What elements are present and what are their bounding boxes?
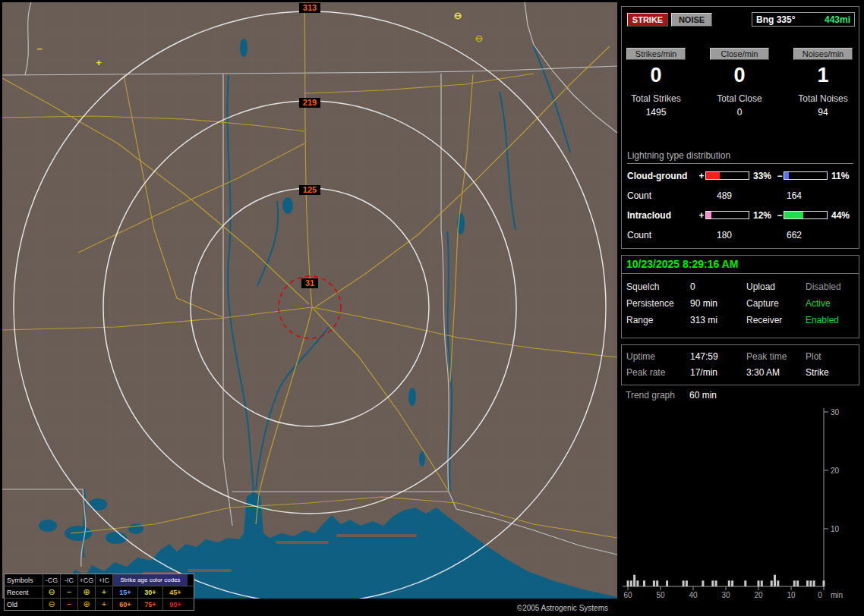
x-tick-60: 60 xyxy=(623,591,632,599)
age-90: 90+ xyxy=(162,599,188,610)
capture-value: Active xyxy=(806,298,854,309)
minus-sign: − xyxy=(776,171,784,181)
distribution-title: Lightning type distribution xyxy=(627,150,730,161)
status-row-squelch: Squelch 0 Upload Disabled xyxy=(626,281,856,292)
plot-value: Strike xyxy=(806,367,854,378)
old-pos-cg-icon: ⊕ xyxy=(77,599,95,610)
cg-plus-bar xyxy=(705,171,749,180)
strike-symbol: ⊖ xyxy=(454,10,462,21)
total-noises-label: Total Noises xyxy=(793,93,853,104)
distribution-divider xyxy=(627,163,853,164)
peak-time-label: Peak time xyxy=(746,351,806,362)
intracloud-label: Intracloud xyxy=(627,210,698,221)
legend-col-neg-cg: -CG xyxy=(43,574,60,586)
capture-label: Capture xyxy=(746,298,806,309)
peak-time-value: 3:30 AM xyxy=(746,367,806,378)
minus-sign: − xyxy=(776,210,784,221)
ic-plus-pct: 12% xyxy=(752,210,776,221)
legend-col-neg-ic: -IC xyxy=(60,574,77,586)
map-canvas[interactable]: 313 219 125 31 ⊖+−⊖ Symbols -CG -IC +CG … xyxy=(2,2,617,614)
y-tick-10: 10 xyxy=(831,525,840,533)
cg-minus-count: 164 xyxy=(770,190,818,201)
cg-minus-bar xyxy=(784,171,828,180)
plot-label: Plot xyxy=(806,351,854,362)
noise-button[interactable]: NOISE xyxy=(671,13,712,27)
close-per-min-button[interactable]: Close/min xyxy=(710,48,769,60)
cg-minus-pct: 11% xyxy=(830,171,854,181)
strike-button[interactable]: STRIKE xyxy=(627,13,668,27)
x-tick-30: 30 xyxy=(721,591,730,599)
cloud-ground-row: Cloud-ground + 33% − 11% xyxy=(627,171,856,181)
close-counter: Close/min 0 Total Close 0 xyxy=(710,48,769,118)
peak-rate-value: 17/min xyxy=(690,367,746,378)
persistence-value: 90 min xyxy=(690,298,746,309)
status-box: 10/23/2025 8:29:16 AM Squelch 0 Upload D… xyxy=(621,255,859,338)
intracloud-row: Intracloud + 12% − 44% xyxy=(627,210,856,220)
age-75: 75+ xyxy=(137,599,162,610)
bearing-value: 443mi xyxy=(825,14,850,25)
status-row-range: Range 313 mi Receiver Enabled xyxy=(626,315,856,325)
cg-count-label: Count xyxy=(627,190,700,201)
ic-plus-count: 180 xyxy=(700,230,749,240)
ring-label-313: 313 xyxy=(303,3,317,12)
peak-rate-label: Peak rate xyxy=(626,367,690,378)
noises-per-min-button[interactable]: Noises/min xyxy=(793,48,853,60)
cg-plus-pct: 33% xyxy=(752,171,776,181)
total-close-label: Total Close xyxy=(710,93,769,104)
x-tick-50: 50 xyxy=(656,591,665,599)
total-noises-value: 94 xyxy=(793,107,853,118)
receiver-value: Enabled xyxy=(806,315,854,325)
map-legend: Symbols -CG -IC +CG +IC Strike age color… xyxy=(4,574,194,611)
trend-window-value: 60 min xyxy=(689,390,717,401)
stats-box: STRIKE NOISE Bng 335° 443mi Strikes/min … xyxy=(621,6,859,249)
copyright-text: ©2005 Astrogenic Systems xyxy=(517,604,608,612)
plus-sign: + xyxy=(698,171,705,181)
trend-graph-label: Trend graph xyxy=(626,390,689,401)
squelch-label: Squelch xyxy=(626,281,690,292)
cg-plus-count: 489 xyxy=(700,190,749,201)
x-tick-20: 20 xyxy=(754,591,763,599)
strikes-per-min-button[interactable]: Strikes/min xyxy=(626,48,686,60)
strike-symbol: − xyxy=(36,43,43,55)
age-45: 45+ xyxy=(162,586,188,598)
ic-minus-count: 662 xyxy=(770,230,818,240)
trend-bars xyxy=(627,575,825,586)
map-image: 313 219 125 31 ⊖+−⊖ xyxy=(2,2,617,599)
ic-minus-bar xyxy=(784,211,828,219)
age-30: 30+ xyxy=(137,586,162,598)
plus-sign: + xyxy=(698,210,705,221)
uptime-label: Uptime xyxy=(626,351,690,362)
uptime-value: 147:59 xyxy=(690,351,746,362)
range-value: 313 mi xyxy=(690,315,746,325)
receiver-label: Receiver xyxy=(746,315,806,325)
y-tick-30: 30 xyxy=(831,408,840,416)
strike-symbol: + xyxy=(96,57,102,68)
total-strikes-value: 1495 xyxy=(626,107,686,118)
legend-col-pos-cg: +CG xyxy=(77,574,95,586)
age-60: 60+ xyxy=(112,599,137,610)
right-panel: STRIKE NOISE Bng 335° 443mi Strikes/min … xyxy=(621,0,861,616)
recent-neg-cg-icon: ⊖ xyxy=(43,586,60,598)
noises-per-min-value: 1 xyxy=(793,63,853,87)
old-neg-ic-icon: − xyxy=(60,599,77,610)
close-per-min-value: 0 xyxy=(710,63,769,87)
peak-rate-row: Peak rate 17/min 3:30 AM Strike xyxy=(626,367,856,378)
x-tick-40: 40 xyxy=(689,591,698,599)
legend-old-label: Old xyxy=(5,599,43,610)
old-neg-cg-icon: ⊖ xyxy=(43,599,60,610)
cloud-ground-count-row: Count 489 164 xyxy=(627,190,856,201)
ic-count-label: Count xyxy=(627,230,700,240)
intracloud-count-row: Count 180 662 xyxy=(627,230,856,240)
bearing-display[interactable]: Bng 335° 443mi xyxy=(752,12,855,27)
ring-label-125: 125 xyxy=(303,185,317,194)
legend-col-pos-ic: +IC xyxy=(95,574,112,586)
x-axis-unit: min xyxy=(831,591,843,599)
squelch-value: 0 xyxy=(690,281,746,292)
uptime-row: Uptime 147:59 Peak time Plot xyxy=(626,351,856,362)
trend-graph: 30 20 10 60 50 40 30 20 10 0 min xyxy=(621,404,859,616)
recent-pos-cg-icon: ⊕ xyxy=(77,586,95,598)
old-pos-ic-icon: + xyxy=(95,599,112,610)
y-tick-20: 20 xyxy=(831,467,840,475)
legend-age-header: Strike age color codes xyxy=(112,574,188,586)
x-tick-0: 0 xyxy=(818,591,822,599)
